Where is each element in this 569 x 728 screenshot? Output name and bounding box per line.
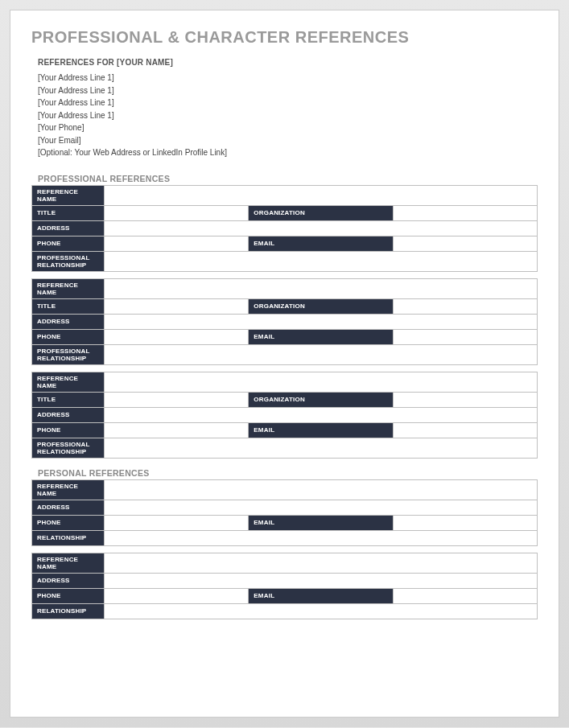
label-phone: PHONE (32, 329, 105, 344)
label-reference-name: REFERENCE NAME (32, 185, 105, 205)
label-organization: ORGANIZATION (249, 298, 393, 314)
label-address: ADDRESS (32, 407, 105, 422)
professional-section-label: PROFESSIONAL REFERENCES (38, 174, 538, 183)
address-line: [Your Address Line 1] (38, 97, 538, 109)
value-phone[interactable] (105, 329, 249, 344)
label-address: ADDRESS (32, 573, 105, 588)
professional-reference-table: REFERENCE NAME TITLE ORGANIZATION ADDRES… (31, 278, 538, 365)
label-title: TITLE (32, 392, 105, 407)
value-title[interactable] (105, 392, 249, 407)
value-email[interactable] (393, 329, 537, 344)
label-relationship: PROFESSIONAL RELATIONSHIP (32, 438, 105, 458)
value-address[interactable] (105, 314, 538, 329)
address-line: [Your Address Line 1] (38, 109, 538, 122)
label-relationship: RELATIONSHIP (32, 530, 105, 545)
value-title[interactable] (105, 205, 249, 220)
value-reference-name[interactable] (105, 185, 538, 205)
references-for-heading: REFERENCES FOR [YOUR NAME] (38, 58, 538, 67)
address-line: [Your Address Line 1] (38, 72, 538, 84)
value-phone[interactable] (105, 588, 249, 603)
label-reference-name: REFERENCE NAME (32, 553, 105, 573)
value-address[interactable] (105, 407, 538, 422)
value-relationship[interactable] (105, 251, 538, 271)
label-reference-name: REFERENCE NAME (32, 372, 105, 392)
value-reference-name[interactable] (105, 553, 538, 573)
value-relationship[interactable] (105, 603, 538, 619)
value-relationship[interactable] (105, 438, 538, 458)
label-email: EMAIL (249, 515, 393, 530)
label-address: ADDRESS (32, 314, 105, 329)
label-phone: PHONE (32, 588, 105, 603)
label-phone: PHONE (32, 236, 105, 251)
value-phone[interactable] (105, 422, 249, 438)
personal-reference-table: REFERENCE NAME ADDRESS PHONE EMAIL RELAT… (31, 553, 538, 619)
value-email[interactable] (393, 236, 537, 251)
label-reference-name: REFERENCE NAME (32, 278, 105, 298)
value-relationship[interactable] (105, 344, 538, 364)
label-email: EMAIL (249, 236, 393, 251)
address-line: [Optional: Your Web Address or LinkedIn … (38, 146, 538, 159)
value-reference-name[interactable] (105, 372, 538, 392)
value-reference-name[interactable] (105, 278, 538, 298)
label-title: TITLE (32, 205, 105, 220)
label-organization: ORGANIZATION (249, 205, 393, 220)
value-organization[interactable] (393, 392, 537, 407)
address-line: [Your Phone] (38, 121, 538, 134)
personal-section-label: PERSONAL REFERENCES (38, 468, 538, 478)
value-address[interactable] (105, 220, 538, 236)
professional-reference-table: REFERENCE NAME TITLE ORGANIZATION ADDRES… (31, 372, 538, 459)
label-email: EMAIL (249, 588, 393, 603)
value-address[interactable] (105, 500, 538, 515)
label-phone: PHONE (32, 515, 105, 530)
value-organization[interactable] (393, 298, 537, 314)
address-block: [Your Address Line 1] [Your Address Line… (38, 72, 538, 159)
label-relationship: PROFESSIONAL RELATIONSHIP (32, 344, 105, 364)
label-address: ADDRESS (32, 500, 105, 515)
label-phone: PHONE (32, 422, 105, 438)
document-page: PROFESSIONAL & CHARACTER REFERENCES REFE… (10, 10, 559, 718)
label-relationship: RELATIONSHIP (32, 603, 105, 619)
label-email: EMAIL (249, 422, 393, 438)
value-email[interactable] (393, 588, 537, 603)
value-email[interactable] (393, 422, 537, 438)
label-title: TITLE (32, 298, 105, 314)
label-relationship: PROFESSIONAL RELATIONSHIP (32, 251, 105, 271)
label-email: EMAIL (249, 329, 393, 344)
value-address[interactable] (105, 573, 538, 588)
personal-reference-table: REFERENCE NAME ADDRESS PHONE EMAIL RELAT… (31, 479, 538, 546)
professional-reference-table: REFERENCE NAME TITLE ORGANIZATION ADDRES… (31, 185, 538, 272)
address-line: [Your Address Line 1] (38, 84, 538, 97)
value-relationship[interactable] (105, 530, 538, 545)
value-reference-name[interactable] (105, 479, 538, 500)
value-phone[interactable] (105, 236, 249, 251)
value-organization[interactable] (393, 205, 537, 220)
page-title: PROFESSIONAL & CHARACTER REFERENCES (31, 28, 538, 47)
label-reference-name: REFERENCE NAME (32, 479, 105, 500)
value-phone[interactable] (105, 515, 249, 530)
value-email[interactable] (393, 515, 537, 530)
label-organization: ORGANIZATION (249, 392, 393, 407)
value-title[interactable] (105, 298, 249, 314)
address-line: [Your Email] (38, 134, 538, 147)
label-address: ADDRESS (32, 220, 105, 236)
